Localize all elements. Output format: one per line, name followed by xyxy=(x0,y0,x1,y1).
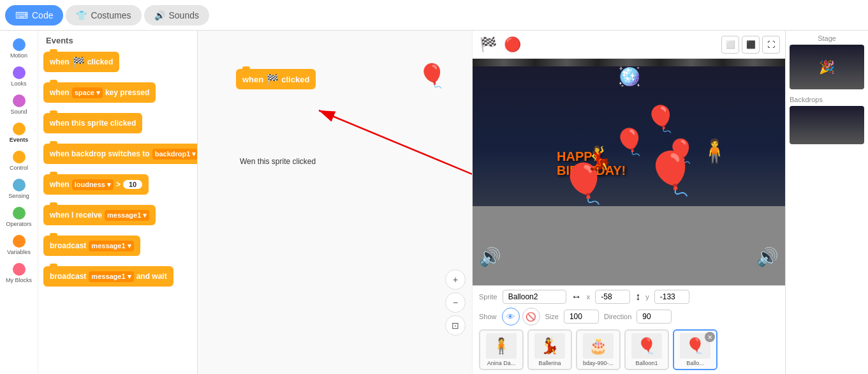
sprite-thumb-bday[interactable]: 🎂 bday-990-... xyxy=(576,329,621,370)
green-flag-button[interactable]: 🏁 xyxy=(478,34,498,55)
block-row-receive: when I receive message1 ▾ xyxy=(43,205,192,230)
sidebar-item-looks[interactable]: Looks xyxy=(0,64,38,89)
broadcast-wait-label: broadcast xyxy=(50,272,86,281)
block-row-broadcast-wait: broadcast message1 ▾ and wait xyxy=(43,266,192,292)
receive-dropdown[interactable]: message1 ▾ xyxy=(105,210,149,221)
sprite-thumb-balloon2[interactable]: ✕ 🎈 Ballo... xyxy=(673,329,717,370)
block-row-flag: when 🏁 clicked xyxy=(43,52,192,77)
sidebar-item-sound[interactable]: Sound xyxy=(0,92,38,117)
bday-image: 🎂 xyxy=(583,333,614,359)
y-arrow-icon: ↕ xyxy=(635,291,640,303)
show-icons: 👁 🚫 xyxy=(502,308,540,325)
stop-button[interactable]: 🔴 xyxy=(502,34,522,55)
block-row-loudness: when loudness ▾ > 10 xyxy=(43,174,192,200)
sprite-clicked-text: when this sprite clicked xyxy=(50,119,136,128)
placed-block-flag-clicked[interactable]: when 🏁 clicked xyxy=(236,69,316,89)
block-when-flag-clicked[interactable]: when 🏁 clicked xyxy=(43,52,119,72)
placed-flag-icon: 🏁 xyxy=(266,73,279,86)
block-when-key-pressed[interactable]: when space ▾ key pressed xyxy=(43,82,156,103)
sidebar-item-control[interactable]: Control xyxy=(0,148,38,174)
script-controls: + − ⊡ xyxy=(445,269,466,336)
loudness-operator: > xyxy=(116,180,121,189)
direction-input[interactable] xyxy=(636,310,672,324)
green-flag-icon: 🏁 xyxy=(72,56,85,68)
x-input[interactable] xyxy=(595,290,630,304)
stage-person: 🧍 xyxy=(700,138,729,165)
blocks-panel: Events when 🏁 clicked when space ▾ key p… xyxy=(38,31,198,374)
sprite-thumb-balloon1[interactable]: 🎈 Balloon1 xyxy=(624,329,669,370)
block-when-receive[interactable]: when I receive message1 ▾ xyxy=(43,205,156,225)
annotation-sprite-clicked: Wen this sprite clicked xyxy=(240,157,316,166)
broadcast-wait-dropdown[interactable]: message1 ▾ xyxy=(89,271,133,282)
block-broadcast[interactable]: broadcast message1 ▾ xyxy=(43,236,140,256)
operators-dot xyxy=(13,207,26,220)
sidebar-item-operators[interactable]: Operators xyxy=(0,204,38,230)
y-input[interactable] xyxy=(654,290,689,304)
loudness-value[interactable]: 10 xyxy=(123,180,142,189)
block-when2-label: when xyxy=(50,88,70,97)
placed-block-area: when 🏁 clicked xyxy=(236,69,316,94)
sidebar-item-variables[interactable]: Variables xyxy=(0,232,38,258)
disco-ball: 🪩 xyxy=(617,65,641,87)
svg-line-1 xyxy=(319,110,472,195)
tab-sounds[interactable]: 🔊 Sounds xyxy=(144,5,209,26)
stage-balloon-2: 🎈 xyxy=(645,104,677,134)
backdrop-dropdown[interactable]: backdrop1 ▾ xyxy=(152,149,198,160)
key-pressed-label: key pressed xyxy=(105,88,149,97)
show-visible-button[interactable]: 👁 xyxy=(502,308,520,325)
sensing-dot xyxy=(13,179,26,191)
block-when-loudness[interactable]: when loudness ▾ > 10 xyxy=(43,174,149,195)
stage-canvas: 🪩 HAPPYBIRTHDAY! 🎈 🎈 🎈 🎈 🎈 💃 🧍 xyxy=(473,59,785,285)
block-when-backdrop[interactable]: when backdrop switches to backdrop1 ▾ xyxy=(43,144,198,164)
balloon-sprite-canvas: 🎈 xyxy=(418,63,446,89)
fullscreen-button[interactable]: ⛶ xyxy=(762,36,780,54)
size-input[interactable] xyxy=(564,310,599,324)
sprite-name-input[interactable] xyxy=(503,290,566,304)
sidebar-item-motion[interactable]: Motion xyxy=(0,36,38,61)
events-dot xyxy=(13,123,26,135)
sprite-panel: Sprite ↔ x ↕ y Show 👁 🚫 Size Direction xyxy=(473,285,785,374)
sprite-thumb-ballerina[interactable]: 💃 Ballerina xyxy=(527,329,572,370)
fit-screen-button[interactable]: ⊡ xyxy=(445,315,466,336)
script-canvas: 🎈 when 🏁 clicked Wen this sprite clicked xyxy=(198,31,472,374)
stage-area: 🏁 🔴 ⬜ ⬛ ⛶ 🪩 HAPPYBIRTHDAY! 🎈 xyxy=(473,31,785,374)
receive-label: when I receive xyxy=(50,211,102,220)
top-bar: ⌨ Code 👕 Costumes 🔊 Sounds xyxy=(0,0,868,31)
space-dropdown[interactable]: space ▾ xyxy=(72,87,103,98)
sidebar-item-events[interactable]: Events xyxy=(0,120,38,146)
backdrop-thumbnail[interactable] xyxy=(790,106,864,144)
sprite-thumb-anina[interactable]: 🧍 Anina Da... xyxy=(479,329,524,370)
block-row-sprite-clicked: when this sprite clicked xyxy=(43,113,192,138)
sprite-info-row: Sprite ↔ x ↕ y xyxy=(479,290,779,304)
sprite-info-row2: Show 👁 🚫 Size Direction xyxy=(479,308,779,325)
small-stage-button[interactable]: ⬜ xyxy=(721,36,739,54)
stage-balloon-1: 🎈 xyxy=(614,127,645,157)
zoom-out-button[interactable]: − xyxy=(445,292,466,313)
main-row: Motion Looks Sound Events Control Sensin… xyxy=(0,31,868,374)
show-hidden-button[interactable]: 🚫 xyxy=(522,308,540,325)
sound-dot xyxy=(13,94,26,107)
balloon1-image: 🎈 xyxy=(631,333,662,359)
zoom-in-button[interactable]: + xyxy=(445,269,466,290)
sidebar-item-myblocks[interactable]: My Blocks xyxy=(0,260,38,286)
stage-top-controls: 🏁 🔴 ⬜ ⬛ ⛶ xyxy=(473,31,785,59)
stage-speaker-right: 🔊 xyxy=(756,246,779,267)
sidebar-item-sensing[interactable]: Sensing xyxy=(0,176,38,202)
block-when-sprite-clicked[interactable]: when this sprite clicked xyxy=(43,113,142,133)
loudness-dropdown[interactable]: loudness ▾ xyxy=(72,179,114,190)
control-dot xyxy=(13,151,26,163)
stage-floor xyxy=(473,206,785,285)
block-row-broadcast: broadcast message1 ▾ xyxy=(43,236,192,261)
stage-thumbnail[interactable]: 🎉 xyxy=(790,45,864,89)
blocks-panel-title: Events xyxy=(43,36,192,45)
block-broadcast-wait[interactable]: broadcast message1 ▾ and wait xyxy=(43,266,173,287)
block-when-label: when xyxy=(50,57,70,66)
x-arrow-icon: ↔ xyxy=(571,291,582,303)
stage-background: 🪩 HAPPYBIRTHDAY! 🎈 🎈 🎈 🎈 🎈 💃 🧍 xyxy=(473,59,785,285)
normal-stage-button[interactable]: ⬛ xyxy=(742,36,760,54)
tab-code[interactable]: ⌨ Code xyxy=(5,5,63,26)
block-row-key: when space ▾ key pressed xyxy=(43,82,192,108)
sprite-delete-button[interactable]: ✕ xyxy=(705,332,715,342)
tab-costumes[interactable]: 👕 Costumes xyxy=(66,5,141,26)
broadcast-dropdown[interactable]: message1 ▾ xyxy=(89,241,133,251)
